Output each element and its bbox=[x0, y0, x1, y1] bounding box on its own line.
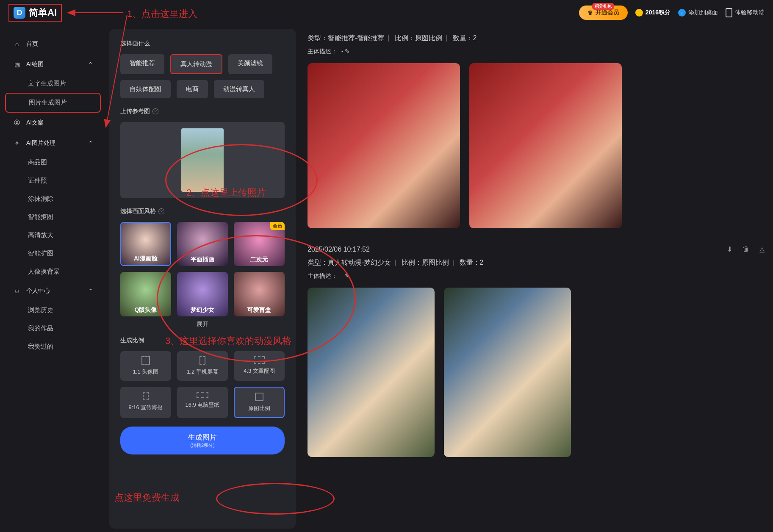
text-icon: ⓐ bbox=[13, 119, 21, 127]
expand-styles-button[interactable]: 展开 bbox=[120, 321, 285, 328]
ratio-icon bbox=[199, 356, 205, 365]
nav-proc-6[interactable]: 人像换背景 bbox=[5, 263, 101, 281]
nav-proc-2[interactable]: 涂抹消除 bbox=[5, 190, 101, 208]
edit-icon[interactable]: ✎ bbox=[345, 272, 350, 279]
ratio-grid: 1:1 头像图 1:2 手机屏幕 4:3 文章配图 9:16 宣传海报 16:9… bbox=[120, 351, 285, 418]
what-label: 选择画什么 bbox=[120, 40, 285, 47]
ratio-3[interactable]: 9:16 宣传海报 bbox=[120, 387, 171, 418]
result-image[interactable] bbox=[469, 63, 622, 228]
topbar-actions: 积分礼包 ♛ 开通会员 2016积分 ↓ 添加到桌面 体验移动端 bbox=[579, 6, 765, 20]
nav-proc-5[interactable]: 智能扩图 bbox=[5, 244, 101, 263]
nav-proc-0[interactable]: 商品图 bbox=[5, 153, 101, 172]
ratio-2[interactable]: 4:3 文章配图 bbox=[234, 351, 285, 381]
nav-proc-4[interactable]: 高清放大 bbox=[5, 226, 101, 244]
ratio-icon bbox=[141, 356, 150, 365]
result-meta: 类型：真人转动漫-梦幻少女| 比例：原图比例| 数量：2 bbox=[308, 258, 765, 267]
result-desc: 主体描述： - ✎ bbox=[308, 272, 765, 280]
user-icon: ☺ bbox=[13, 287, 21, 295]
style-card-1[interactable]: 平面插画 bbox=[177, 222, 228, 266]
result-meta: 类型：智能推荐-智能推荐| 比例：原图比例| 数量：2 bbox=[308, 34, 765, 43]
what-options: 智能推荐 真人转动漫 美颜滤镜 自媒体配图 电商 动漫转真人 bbox=[120, 54, 285, 98]
what-chip-2[interactable]: 美颜滤镜 bbox=[228, 54, 272, 74]
nav-personal-0[interactable]: 浏览历史 bbox=[5, 301, 101, 319]
editor-panel: 选择画什么 智能推荐 真人转动漫 美颜滤镜 自媒体配图 电商 动漫转真人 上传参… bbox=[109, 29, 296, 529]
what-chip-3[interactable]: 自媒体配图 bbox=[120, 80, 171, 98]
ratio-1[interactable]: 1:2 手机屏幕 bbox=[177, 351, 228, 381]
vip-tag: 会员 bbox=[270, 222, 285, 230]
crown-icon: ♛ bbox=[587, 9, 593, 16]
nav-personal[interactable]: ☺ 个人中心 ⌃ bbox=[5, 281, 101, 301]
style-card-0[interactable]: AI漫画脸 bbox=[120, 222, 171, 266]
nav-proc-1[interactable]: 证件照 bbox=[5, 172, 101, 190]
chevron-up-icon: ⌃ bbox=[88, 288, 93, 294]
nav-home[interactable]: ⌂ 首页 bbox=[5, 34, 101, 54]
magic-icon: ✧ bbox=[13, 139, 21, 147]
image-icon: ▧ bbox=[13, 60, 21, 69]
generate-button[interactable]: 生成图片 (消耗2积分) bbox=[120, 427, 285, 454]
nav-personal-2[interactable]: 我赞过的 bbox=[5, 338, 101, 356]
result-image[interactable] bbox=[444, 288, 571, 457]
ratio-0[interactable]: 1:1 头像图 bbox=[120, 351, 171, 381]
upload-label: 上传参考图? bbox=[120, 108, 285, 115]
add-to-desktop-button[interactable]: ↓ 添加到桌面 bbox=[678, 9, 718, 17]
points-display[interactable]: 2016积分 bbox=[635, 9, 670, 17]
logo[interactable]: D 简单AI bbox=[8, 4, 62, 22]
result-timestamp-row: 2025/02/06 10:17:52 ⬇ 🗑 △ bbox=[308, 245, 765, 253]
ratio-icon bbox=[255, 393, 263, 401]
ratio-icon bbox=[197, 392, 208, 398]
nav-img2img[interactable]: 图片生成图片 bbox=[5, 93, 101, 113]
ratio-5[interactable]: 原图比例 bbox=[234, 387, 285, 418]
style-grid: AI漫画脸 平面插画 会员二次元 Q版头像 梦幻少女 可爱盲盒 bbox=[120, 222, 285, 316]
nav-ai-copy[interactable]: ⓐ AI文案 bbox=[5, 113, 101, 133]
nav-text2img[interactable]: 文字生成图片 bbox=[5, 75, 101, 93]
chevron-up-icon: ⌃ bbox=[88, 140, 93, 147]
delete-icon[interactable]: 🗑 bbox=[743, 245, 749, 253]
edit-icon[interactable]: ✎ bbox=[345, 48, 350, 55]
mobile-trial-button[interactable]: 体验移动端 bbox=[726, 8, 765, 17]
results-panel: 类型：智能推荐-智能推荐| 比例：原图比例| 数量：2 主体描述： - ✎ 20… bbox=[299, 25, 773, 532]
result-group-1: 类型：智能推荐-智能推荐| 比例：原图比例| 数量：2 主体描述： - ✎ bbox=[308, 34, 765, 228]
style-label: 选择画面风格? bbox=[120, 208, 285, 215]
gen-cost: (消耗2积分) bbox=[126, 442, 279, 449]
help-icon[interactable]: ? bbox=[158, 208, 164, 214]
result-image[interactable] bbox=[308, 288, 435, 457]
sidebar: ⌂ 首页 ▧ AI绘图 ⌃ 文字生成图片 图片生成图片 ⓐ AI文案 ✧ AI图… bbox=[0, 25, 106, 532]
what-chip-5[interactable]: 动漫转真人 bbox=[214, 80, 264, 98]
result-group-2: 2025/02/06 10:17:52 ⬇ 🗑 △ 类型：真人转动漫-梦幻少女|… bbox=[308, 245, 765, 457]
upload-reference-image[interactable] bbox=[120, 122, 285, 198]
logo-icon: D bbox=[14, 7, 25, 19]
ratio-icon bbox=[143, 392, 149, 400]
result-desc: 主体描述： - ✎ bbox=[308, 48, 765, 55]
app-name: 简单AI bbox=[29, 6, 57, 19]
uploaded-thumb bbox=[181, 128, 224, 192]
warning-icon[interactable]: △ bbox=[759, 245, 765, 253]
download-icon: ↓ bbox=[678, 9, 686, 17]
what-chip-0[interactable]: 智能推荐 bbox=[120, 54, 164, 74]
chevron-up-icon: ⌃ bbox=[88, 61, 93, 68]
result-image[interactable] bbox=[308, 63, 460, 228]
nav-proc-3[interactable]: 智能抠图 bbox=[5, 208, 101, 226]
what-chip-1[interactable]: 真人转动漫 bbox=[170, 54, 222, 74]
nav-personal-1[interactable]: 我的作品 bbox=[5, 319, 101, 338]
style-card-5[interactable]: 可爱盲盒 bbox=[234, 272, 285, 316]
ratio-4[interactable]: 16:9 电脑壁纸 bbox=[177, 387, 228, 418]
style-card-4[interactable]: 梦幻少女 bbox=[177, 272, 228, 316]
what-chip-4[interactable]: 电商 bbox=[177, 80, 208, 98]
gift-badge: 积分礼包 bbox=[592, 3, 614, 10]
ratio-label: 生成比例 bbox=[120, 337, 285, 344]
result-timestamp: 2025/02/06 10:17:52 bbox=[308, 246, 370, 253]
home-icon: ⌂ bbox=[13, 40, 21, 48]
style-card-3[interactable]: Q版头像 bbox=[120, 272, 171, 316]
nav-ai-process[interactable]: ✧ AI图片处理 ⌃ bbox=[5, 133, 101, 153]
nav-ai-draw[interactable]: ▧ AI绘图 ⌃ bbox=[5, 54, 101, 75]
download-icon[interactable]: ⬇ bbox=[727, 245, 732, 253]
topbar: D 简单AI 积分礼包 ♛ 开通会员 2016积分 ↓ 添加到桌面 体验移动端 bbox=[0, 0, 773, 25]
open-member-button[interactable]: 积分礼包 ♛ 开通会员 bbox=[579, 6, 628, 20]
help-icon[interactable]: ? bbox=[152, 108, 158, 114]
coin-icon bbox=[635, 9, 643, 17]
style-card-2[interactable]: 会员二次元 bbox=[234, 222, 285, 266]
mobile-icon bbox=[726, 8, 732, 17]
ratio-icon bbox=[254, 356, 265, 364]
